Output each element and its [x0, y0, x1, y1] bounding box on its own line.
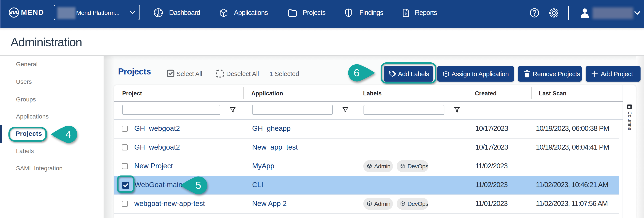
svg-text:4: 4: [66, 129, 71, 140]
svg-text:5: 5: [196, 180, 201, 191]
svg-text:6: 6: [354, 67, 360, 79]
